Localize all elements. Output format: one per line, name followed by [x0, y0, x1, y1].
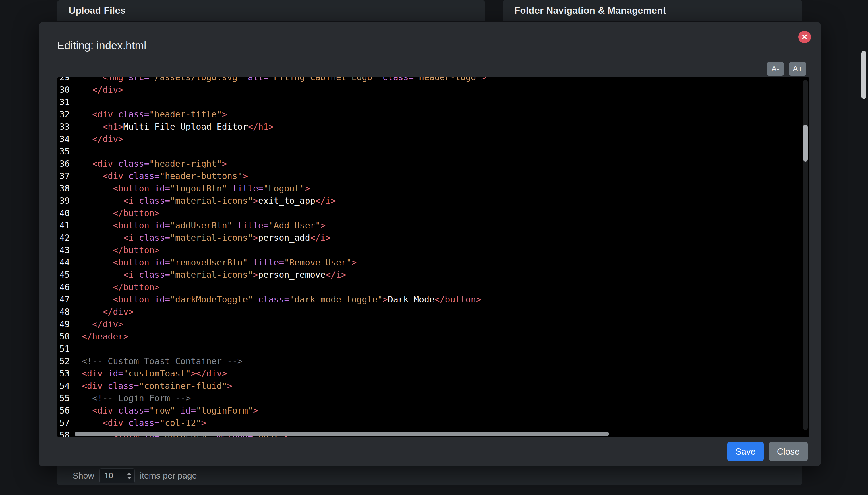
code-text: <div class="header-title"> — [82, 108, 227, 121]
code-text: <div id="customToast"></div> — [82, 367, 227, 380]
code-text: <i class="material-icons">person_remove<… — [82, 269, 346, 281]
code-line: 44 <button id="removeUserBtn" title="Rem… — [57, 256, 809, 269]
code-line: 29 <img src="/assets/logo.svg" alt="Fili… — [57, 78, 809, 84]
code-line: 54<div class="container-fluid"> — [57, 380, 809, 392]
line-number: 35 — [57, 145, 70, 157]
code-text: </div> — [82, 318, 123, 330]
line-number: 49 — [57, 318, 70, 330]
items-per-page-label: items per page — [140, 471, 197, 481]
code-text: </button> — [82, 207, 160, 219]
line-number: 36 — [57, 157, 70, 170]
close-modal-button[interactable]: ✕ — [798, 31, 811, 43]
code-text: <button id="addUserBtn" title="Add User"… — [82, 219, 326, 232]
save-button[interactable]: Save — [727, 442, 764, 461]
code-line: 49 </div> — [57, 318, 809, 330]
line-number: 46 — [57, 281, 70, 293]
code-text: <div class="col-12"> — [82, 417, 206, 429]
line-number: 41 — [57, 219, 70, 232]
line-number: 44 — [57, 256, 70, 269]
code-text: <img src="/assets/logo.svg" alt="Filing … — [82, 78, 486, 84]
code-line: 47 <button id="darkModeToggle" class="da… — [57, 293, 809, 306]
items-per-page-select[interactable]: 10 — [99, 468, 135, 483]
vertical-scrollbar[interactable] — [803, 124, 808, 161]
modal-actions: Save Close — [727, 442, 808, 461]
code-line: 31 — [57, 96, 809, 108]
code-text: </div> — [82, 84, 123, 96]
line-number: 52 — [57, 355, 70, 367]
code-line: 48 </div> — [57, 306, 809, 318]
code-line: 50</header> — [57, 330, 809, 343]
line-number: 33 — [57, 121, 70, 133]
code-line: 56 <div class="row" id="loginForm"> — [57, 404, 809, 417]
close-icon: ✕ — [801, 31, 808, 43]
horizontal-scrollbar[interactable] — [74, 432, 609, 436]
line-number: 55 — [57, 392, 70, 404]
code-text: <div class="header-right"> — [82, 157, 227, 170]
modal-title: Editing: index.html — [57, 39, 147, 52]
line-number: 53 — [57, 367, 70, 380]
code-line: 51 — [57, 343, 809, 355]
line-number: 51 — [57, 343, 70, 355]
line-number: 43 — [57, 244, 70, 256]
line-number: 31 — [57, 96, 70, 108]
code-line: 39 <i class="material-icons">exit_to_app… — [57, 194, 809, 207]
code-text: </header> — [82, 330, 129, 343]
upload-files-panel-header: Upload Files — [57, 0, 485, 21]
code-text: <div class="container-fluid"> — [82, 380, 232, 392]
font-increase-button[interactable]: A+ — [789, 62, 806, 76]
line-number: 34 — [57, 133, 70, 145]
edit-file-modal: Editing: index.html ✕ A- A+ 29 <img src=… — [39, 22, 821, 466]
line-number: 42 — [57, 232, 70, 244]
code-text: <h1>Multi File Upload Editor</h1> — [82, 121, 274, 133]
code-text: </div> — [82, 133, 123, 145]
line-number: 47 — [57, 293, 70, 306]
code-text: </button> — [82, 244, 160, 256]
code-text: </div> — [82, 306, 134, 318]
code-text: <!-- Custom Toast Container --> — [82, 355, 243, 367]
line-number: 32 — [57, 108, 70, 121]
code-line: 53<div id="customToast"></div> — [57, 367, 809, 380]
code-text: <i class="material-icons">person_add</i> — [82, 232, 331, 244]
code-text: </button> — [82, 281, 160, 293]
folder-navigation-panel-header: Folder Navigation & Management — [503, 0, 802, 21]
line-number: 54 — [57, 380, 70, 392]
font-decrease-button[interactable]: A- — [767, 62, 784, 76]
code-text: <!-- Login Form --> — [82, 392, 191, 404]
code-text: <i class="material-icons">exit_to_app</i… — [82, 194, 336, 207]
code-line: 46 </button> — [57, 281, 809, 293]
code-line: 35 — [57, 145, 809, 157]
code-line: 45 <i class="material-icons">person_remo… — [57, 269, 809, 281]
line-number: 37 — [57, 170, 70, 182]
code-line: 41 <button id="addUserBtn" title="Add Us… — [57, 219, 809, 232]
code-line: 40 </button> — [57, 207, 809, 219]
select-arrows-icon — [127, 473, 132, 479]
code-line: 42 <i class="material-icons">person_add<… — [57, 232, 809, 244]
pagination-bar: Show 10 items per page — [57, 466, 802, 485]
code-line: 32 <div class="header-title"> — [57, 108, 809, 121]
line-number: 30 — [57, 84, 70, 96]
code-line: 36 <div class="header-right"> — [57, 157, 809, 170]
code-line: 38 <button id="logoutBtn" title="Logout"… — [57, 182, 809, 194]
close-button[interactable]: Close — [769, 442, 808, 461]
code-text: <button id="darkModeToggle" class="dark-… — [82, 293, 481, 306]
code-line: 37 <div class="header-buttons"> — [57, 170, 809, 182]
code-editor[interactable]: 29 <img src="/assets/logo.svg" alt="Fili… — [57, 78, 809, 437]
code-line: 52<!-- Custom Toast Container --> — [57, 355, 809, 367]
line-number: 29 — [57, 78, 70, 84]
items-per-page-value: 10 — [104, 471, 113, 480]
code-line: 57 <div class="col-12"> — [57, 417, 809, 429]
code-line: 30 </div> — [57, 84, 809, 96]
code-line: 34 </div> — [57, 133, 809, 145]
app-screen: Upload Files Folder Navigation & Managem… — [0, 0, 868, 495]
line-number: 45 — [57, 269, 70, 281]
page-scrollbar[interactable] — [862, 51, 866, 99]
code-lines: 29 <img src="/assets/logo.svg" alt="Fili… — [57, 78, 809, 437]
line-number: 50 — [57, 330, 70, 343]
line-number: 48 — [57, 306, 70, 318]
line-number: 39 — [57, 194, 70, 207]
show-label: Show — [73, 471, 94, 481]
line-number: 58 — [57, 429, 70, 437]
upload-files-title: Upload Files — [69, 5, 126, 16]
code-line: 33 <h1>Multi File Upload Editor</h1> — [57, 121, 809, 133]
code-text: <div class="header-buttons"> — [82, 170, 248, 182]
